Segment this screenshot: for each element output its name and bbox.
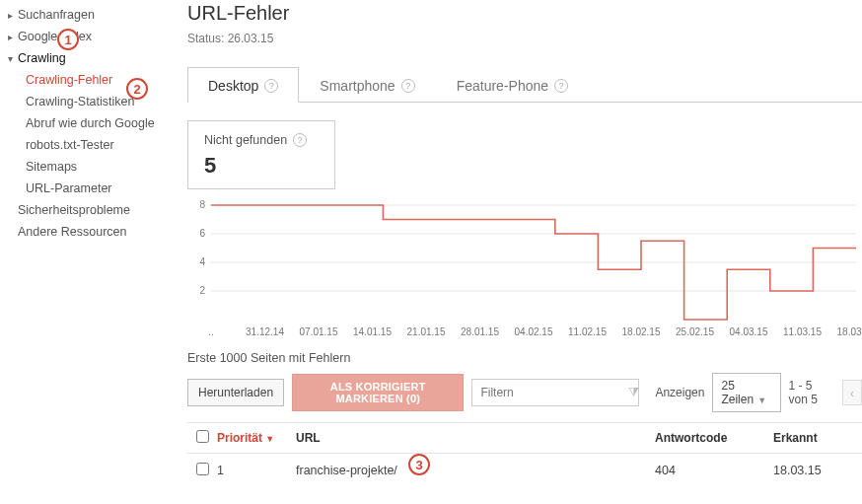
chevron-down-icon: ▾ — [8, 53, 18, 64]
svg-text:2: 2 — [199, 285, 205, 296]
sidebar-item-crawling-statistiken[interactable]: Crawling-Statistiken — [8, 91, 178, 112]
help-icon[interactable]: ? — [264, 79, 278, 93]
sidebar-item-sitemaps[interactable]: Sitemaps — [8, 156, 178, 178]
chevron-right-icon: ▸ — [8, 10, 18, 21]
sidebar-item-crawling[interactable]: ▾Crawling — [8, 47, 178, 69]
svg-text:..: .. — [208, 326, 214, 337]
table-row[interactable]: 1 franchise-projekte/ 404 18.03.15 — [187, 454, 862, 487]
table-controls: Herunterladen ALS KORRIGIERT MARKIEREN (… — [187, 373, 862, 412]
sidebar-item-abruf-wie-durch-google[interactable]: Abruf wie durch Google — [8, 112, 178, 134]
row-checkbox[interactable] — [196, 463, 209, 475]
svg-text:14.01.15: 14.01.15 — [353, 326, 392, 337]
label: Sicherheitsprobleme — [18, 203, 130, 217]
tab-label: Feature-Phone — [457, 78, 548, 94]
svg-text:6: 6 — [199, 228, 205, 239]
cell-url: franchise-projekte/ — [296, 464, 655, 477]
show-label: Anzeigen — [655, 386, 704, 399]
prev-page-button[interactable]: ‹ — [842, 380, 862, 405]
label: Crawling-Fehler — [26, 73, 112, 87]
col-priority[interactable]: Priorität ▼ — [217, 431, 296, 445]
tab-desktop[interactable]: Desktop? — [187, 67, 299, 103]
tab-feature-phone[interactable]: Feature-Phone? — [436, 67, 589, 102]
status-text: Status: 26.03.15 — [187, 32, 862, 45]
label: Erkannt — [773, 431, 818, 445]
error-count-card[interactable]: Nicht gefunden? 5 — [187, 120, 335, 189]
svg-text:4: 4 — [199, 256, 205, 267]
sidebar: ▸Suchanfragen ▸Google-Index ▾Crawling Cr… — [0, 0, 178, 504]
label: robots.txt-Tester — [26, 138, 114, 152]
svg-text:21.01.15: 21.01.15 — [407, 326, 446, 337]
svg-text:31.12.14: 31.12.14 — [246, 326, 284, 337]
chevron-down-icon: ▼ — [757, 396, 766, 405]
table-caption: Erste 1000 Seiten mit Fehlern — [187, 351, 862, 365]
sidebar-item-robots-txt-tester[interactable]: robots.txt-Tester — [8, 134, 178, 156]
label: Crawling — [18, 51, 66, 65]
sidebar-item-url-parameter[interactable]: URL-Parameter — [8, 178, 178, 199]
page-range: 1 - 5 von 5 — [789, 379, 834, 406]
cell-erkannt: 18.03.15 — [773, 464, 862, 477]
page-title: URL-Fehler — [187, 2, 862, 25]
label: Priorität — [217, 431, 262, 445]
label: URL-Parameter — [26, 181, 112, 195]
tab-smartphone[interactable]: Smartphone? — [299, 67, 435, 102]
mark-fixed-button[interactable]: ALS KORRIGIERT MARKIEREN (0) — [292, 374, 464, 411]
sidebar-item-crawling-fehler[interactable]: Crawling-Fehler — [8, 69, 178, 91]
label: Google-Index — [18, 30, 92, 43]
sort-desc-icon: ▼ — [265, 434, 274, 444]
label: Abruf wie durch Google — [26, 116, 155, 130]
cell-antwortcode: 404 — [655, 464, 773, 477]
svg-text:18.02.15: 18.02.15 — [622, 326, 661, 337]
svg-text:04.02.15: 04.02.15 — [515, 326, 553, 337]
sidebar-item-sicherheitsprobleme[interactable]: Sicherheitsprobleme — [8, 199, 178, 221]
card-value: 5 — [204, 153, 319, 179]
label: URL — [296, 431, 321, 445]
svg-text:28.01.15: 28.01.15 — [461, 326, 499, 337]
main-content: URL-Fehler Status: 26.03.15 Desktop? Sma… — [178, 0, 862, 504]
filter-input-wrap: ⧩ — [471, 379, 639, 406]
download-button[interactable]: Herunterladen — [187, 379, 284, 406]
col-erkannt[interactable]: Erkannt — [773, 431, 862, 445]
svg-text:04.03.15: 04.03.15 — [730, 326, 768, 337]
errors-table: Priorität ▼ URL Antwortcode Erkannt 1 fr… — [187, 422, 862, 487]
svg-text:07.01.15: 07.01.15 — [300, 326, 338, 337]
label: Andere Ressourcen — [18, 225, 126, 239]
sidebar-item-suchanfragen[interactable]: ▸Suchanfragen — [8, 4, 178, 26]
svg-text:18.03.15: 18.03.15 — [837, 326, 862, 337]
errors-chart[interactable]: 2468..31.12.1407.01.1514.01.1521.01.1528… — [187, 199, 862, 337]
tab-label: Desktop — [208, 78, 258, 94]
select-value: 25 Zeilen — [721, 379, 754, 406]
col-antwortcode[interactable]: Antwortcode — [655, 431, 773, 445]
select-all-checkbox[interactable] — [196, 430, 209, 443]
help-icon[interactable]: ? — [293, 133, 307, 147]
svg-text:8: 8 — [199, 199, 205, 210]
table-header: Priorität ▼ URL Antwortcode Erkannt — [187, 422, 862, 454]
chevron-right-icon: ▸ — [8, 32, 18, 42]
label: Crawling-Statistiken — [26, 95, 134, 108]
help-icon[interactable]: ? — [401, 79, 415, 93]
label: Sitemaps — [26, 160, 77, 174]
card-label: Nicht gefunden — [204, 133, 287, 147]
sidebar-item-andere-ressourcen[interactable]: Andere Ressourcen — [8, 221, 178, 243]
label: Suchanfragen — [18, 8, 95, 22]
tab-label: Smartphone — [320, 78, 395, 94]
svg-text:11.03.15: 11.03.15 — [783, 326, 822, 337]
col-url[interactable]: URL — [296, 431, 655, 445]
filter-input[interactable] — [480, 386, 628, 399]
cell-priority: 1 — [217, 464, 296, 477]
device-tabs: Desktop? Smartphone? Feature-Phone? — [187, 67, 862, 103]
filter-icon: ⧩ — [628, 385, 639, 400]
sidebar-item-google-index[interactable]: ▸Google-Index — [8, 26, 178, 47]
svg-text:25.02.15: 25.02.15 — [676, 326, 714, 337]
page-size-select[interactable]: 25 Zeilen▼ — [712, 373, 780, 412]
svg-text:11.02.15: 11.02.15 — [568, 326, 607, 337]
help-icon[interactable]: ? — [554, 79, 568, 93]
label: Antwortcode — [655, 431, 727, 445]
